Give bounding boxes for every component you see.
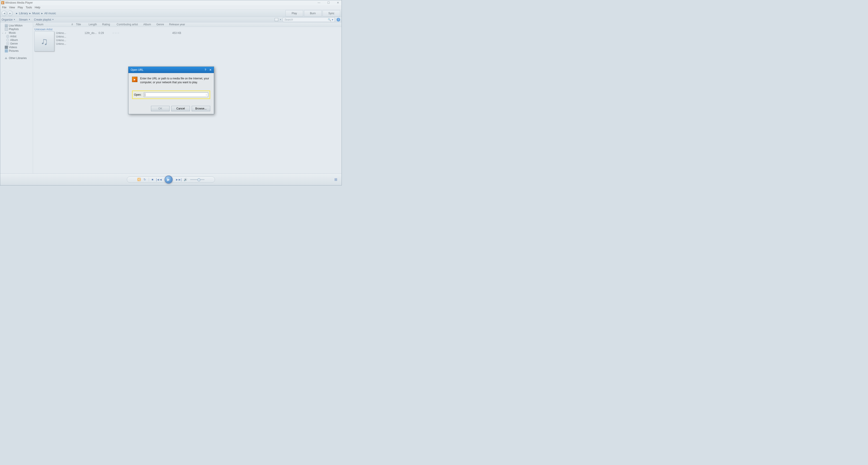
dialog-title: Open URL [131,68,144,71]
open-label: Open: [134,93,142,96]
dialog-help-button[interactable]: ? [205,68,206,71]
dialog-icon [132,77,137,82]
open-url-dialog: Open URL ? ✕ Enter the URL or path to a … [128,66,214,114]
modal-overlay: Open URL ? ✕ Enter the URL or path to a … [0,0,342,185]
open-url-input[interactable]: ⌄ [144,92,208,97]
dialog-close-button[interactable]: ✕ [209,68,212,71]
dropdown-icon[interactable]: ⌄ [206,93,207,96]
dialog-body-text: Enter the URL or path to a media file on… [140,77,210,85]
browse-button[interactable]: Browse... [192,106,210,111]
wmp-window: Windows Media Player — ☐ ✕ File View Pla… [0,0,342,185]
ok-button[interactable]: OK [151,106,169,111]
dialog-titlebar: Open URL ? ✕ [128,67,214,73]
open-field-highlight: Open: ⌄ [132,90,210,99]
cancel-button[interactable]: Cancel [171,106,190,111]
